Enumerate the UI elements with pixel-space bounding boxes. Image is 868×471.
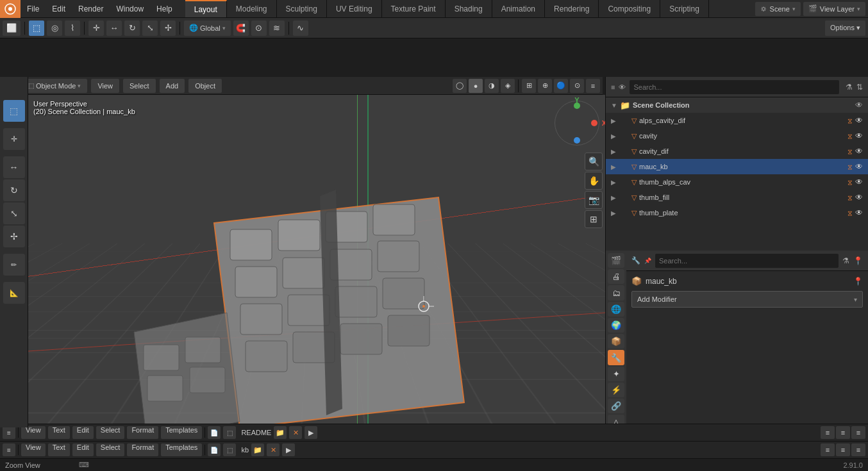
bs2-file-icon[interactable]: 📄 bbox=[208, 443, 221, 456]
menu-file[interactable]: File bbox=[21, 0, 46, 17]
bs1-wrap-btn[interactable]: ≡ bbox=[821, 426, 835, 439]
outliner-item-alps_cavity_dif[interactable]: ▶ ▽ alps_cavity_dif ⧖ 👁 bbox=[606, 113, 868, 128]
mirror-btn[interactable]: ≡ bbox=[586, 79, 600, 93]
outliner-item-thumb_alps_cav[interactable]: ▶ ▽ thumb_alps_cav ⧖ 👁 bbox=[606, 174, 868, 190]
menu-window[interactable]: Window bbox=[110, 0, 150, 17]
outliner-item-cavity_dif[interactable]: ▶ ▽ cavity_dif ⧖ 👁 bbox=[606, 144, 868, 159]
scale-tool-btn[interactable]: ⤡ bbox=[3, 202, 25, 224]
bs2-select-btn[interactable]: Select bbox=[96, 443, 125, 456]
item-visibility[interactable]: 👁 bbox=[855, 147, 863, 156]
props-constraints-icon[interactable]: 🔗 bbox=[608, 399, 624, 413]
editor-type-btn[interactable]: ⬜ bbox=[3, 21, 21, 36]
scene-selector[interactable]: ⛭ Scene ▾ bbox=[755, 2, 801, 16]
measure-btn[interactable]: 📐 bbox=[3, 282, 25, 304]
bs1-file-icon[interactable]: 📄 bbox=[208, 426, 221, 439]
select-tool-btn[interactable]: ⬚ bbox=[3, 100, 25, 122]
item-visibility[interactable]: 👁 bbox=[855, 208, 863, 217]
gizmo-dot-x[interactable] bbox=[591, 120, 597, 126]
gizmo-dot-y[interactable] bbox=[574, 103, 580, 109]
bs1-folder-icon[interactable]: 📁 bbox=[274, 426, 287, 439]
modifier-pin[interactable]: 📍 bbox=[853, 277, 863, 286]
outliner-filter-icon[interactable]: ⚗ bbox=[846, 83, 853, 92]
bs1-text-btn[interactable]: Text bbox=[48, 426, 70, 439]
menu-help[interactable]: Help bbox=[150, 0, 179, 17]
curve-btn[interactable]: ∿ bbox=[293, 21, 308, 36]
transform-all-btn[interactable]: ✢ bbox=[3, 226, 25, 247]
bs2-view-btn[interactable]: View bbox=[21, 443, 46, 456]
bs2-text-btn[interactable]: Text bbox=[48, 443, 70, 456]
tab-rendering[interactable]: Rendering bbox=[545, 0, 599, 17]
bs2-format-btn[interactable]: Format bbox=[127, 443, 158, 456]
item-visibility[interactable]: 👁 bbox=[855, 131, 863, 140]
select-lasso-tool[interactable]: ⌇ bbox=[65, 21, 80, 36]
add-modifier-btn[interactable]: Add Modifier ▾ bbox=[631, 291, 863, 308]
snap-btn[interactable]: 🧲 bbox=[233, 21, 249, 36]
bs1-ln-btn[interactable]: ≡ bbox=[836, 426, 850, 439]
bs1-format-btn[interactable]: Format bbox=[127, 426, 158, 439]
pan-btn[interactable]: ✋ bbox=[585, 172, 603, 190]
item-visibility[interactable]: 👁 bbox=[855, 162, 863, 171]
move-tool[interactable]: ↔ bbox=[106, 21, 122, 36]
select-circle-tool[interactable]: ◎ bbox=[47, 21, 62, 36]
bs1-play-icon[interactable]: ▶ bbox=[305, 426, 317, 439]
bs1-syntax-btn[interactable]: ≡ bbox=[851, 426, 865, 439]
outliner-sort-icon[interactable]: ⇅ bbox=[856, 83, 863, 92]
annotate-btn[interactable]: ✏ bbox=[3, 254, 25, 276]
proportional-type-btn[interactable]: ≋ bbox=[269, 21, 285, 36]
bs2-unlink-icon[interactable]: ✕ bbox=[267, 443, 280, 456]
transform-space-btn[interactable]: 🌐 Global ▾ bbox=[184, 21, 231, 36]
props-pin-icon[interactable]: 📌 bbox=[644, 258, 651, 264]
tab-uv-editing[interactable]: UV Editing bbox=[327, 0, 382, 17]
bs1-type-icon[interactable]: ⬚ bbox=[223, 426, 236, 439]
viewport-shading-wire[interactable]: ◯ bbox=[453, 79, 467, 93]
bs2-templates-btn[interactable]: Templates bbox=[161, 443, 202, 456]
menu-render[interactable]: Render bbox=[72, 0, 110, 17]
zoom-in-btn[interactable]: 🔍 bbox=[585, 153, 603, 170]
cursor-tool[interactable]: ✛ bbox=[88, 21, 104, 36]
viewport-shading-rendered[interactable]: ◈ bbox=[501, 79, 515, 93]
props-viewlayer-icon[interactable]: 🗂 bbox=[608, 285, 624, 300]
item-visibility[interactable]: 👁 bbox=[855, 116, 863, 125]
outliner-item-thumb_plate[interactable]: ▶ ▽ thumb_plate ⧖ 👁 bbox=[606, 205, 868, 220]
add-menu-btn[interactable]: Add bbox=[160, 79, 185, 93]
props-particles-icon[interactable]: ✦ bbox=[608, 367, 624, 381]
props-object-icon[interactable]: 📦 bbox=[608, 334, 624, 349]
rotate-tool[interactable]: ↻ bbox=[124, 21, 140, 36]
props-scene-icon[interactable]: 🌐 bbox=[608, 302, 624, 317]
bs2-type-icon[interactable]: ⬚ bbox=[223, 443, 236, 456]
outliner-item-mauc_kb[interactable]: ▶ ▽ mauc_kb ⧖ 👁 bbox=[606, 159, 868, 174]
bs2-folder-icon[interactable]: 📁 bbox=[251, 443, 264, 456]
gizmo-dot-z[interactable] bbox=[574, 137, 580, 144]
viewport[interactable]: User Perspective (20) Scene Collection |… bbox=[28, 95, 605, 427]
scene-collection-eye[interactable]: 👁 bbox=[855, 101, 863, 110]
collection-expand-arrow[interactable]: ▼ bbox=[611, 102, 617, 109]
bs1-templates-btn[interactable]: Templates bbox=[161, 426, 202, 439]
transform-tool[interactable]: ✢ bbox=[160, 21, 176, 36]
tab-modeling[interactable]: Modeling bbox=[227, 0, 277, 17]
bs1-select-btn[interactable]: Select bbox=[96, 426, 125, 439]
props-filter-icon[interactable]: ⚗ bbox=[842, 256, 849, 265]
props-world-icon[interactable]: 🌍 bbox=[608, 318, 624, 333]
proportional-btn[interactable]: ⊙ bbox=[251, 21, 267, 36]
bs2-play-icon[interactable]: ▶ bbox=[282, 443, 295, 456]
ortho-btn[interactable]: ⊞ bbox=[585, 210, 603, 228]
bs2-wrap-btn[interactable]: ≡ bbox=[821, 443, 835, 456]
props-output-icon[interactable]: 🖨 bbox=[608, 269, 624, 284]
view-menu-btn[interactable]: View bbox=[91, 79, 119, 93]
menu-edit[interactable]: Edit bbox=[46, 0, 72, 17]
snap-header-btn[interactable]: 🔵 bbox=[554, 79, 568, 93]
bs2-syntax-btn[interactable]: ≡ bbox=[851, 443, 865, 456]
options-btn[interactable]: Options ▾ bbox=[825, 21, 865, 36]
bs2-editor-icon[interactable]: ≡ bbox=[3, 443, 15, 456]
bs2-ln-btn[interactable]: ≡ bbox=[836, 443, 850, 456]
bs1-editor-icon[interactable]: ≡ bbox=[3, 426, 15, 439]
gizmo-circle[interactable]: Y X bbox=[555, 101, 599, 145]
props-render-icon[interactable]: 🎬 bbox=[608, 253, 624, 268]
select-menu-btn[interactable]: Select bbox=[123, 79, 156, 93]
props-physics-icon[interactable]: ⚡ bbox=[608, 383, 624, 397]
object-mode-btn[interactable]: ⬚ Object Mode ▾ bbox=[22, 79, 87, 93]
gizmo-btn[interactable]: ⊕ bbox=[538, 79, 552, 93]
item-visibility[interactable]: 👁 bbox=[855, 178, 863, 186]
scale-tool[interactable]: ⤡ bbox=[142, 21, 158, 36]
tab-layout[interactable]: Layout bbox=[185, 0, 227, 17]
